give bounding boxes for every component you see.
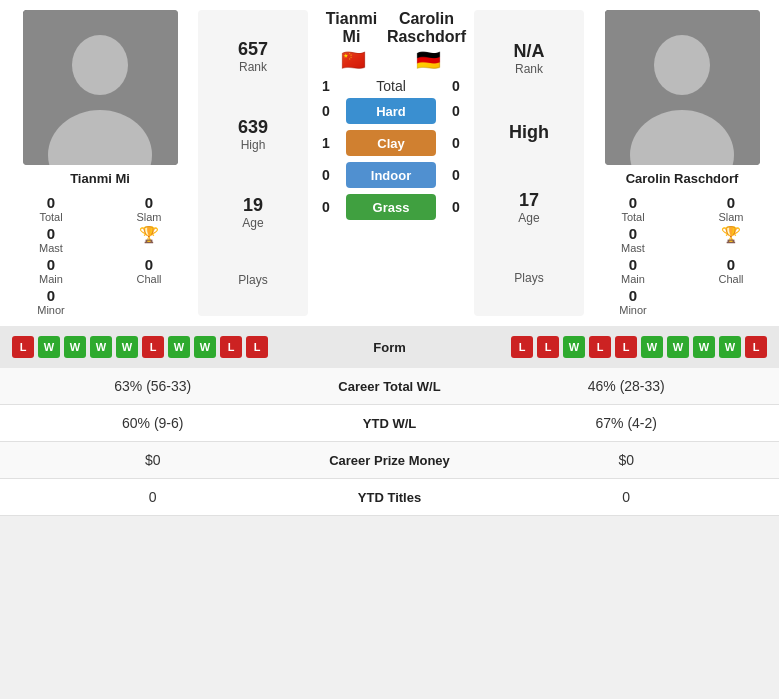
form-badge: L [142,336,164,358]
player2-main-label: Main [621,273,645,285]
form-section: LWWWWLWWLL Form LLWLLWWWWL [0,326,779,368]
center-section: Tianmi Mi Carolin Raschdorf 🇨🇳 🇩🇪 1 Tota… [316,10,466,316]
form-badge: L [589,336,611,358]
player2-rank-block: N/A Rank [514,41,545,76]
stats-left-0: 63% (56-33) [16,378,290,394]
player1-total-value: 0 [47,194,55,211]
center-player2-name: Carolin Raschdorf [387,10,466,46]
stats-row: 0 YTD Titles 0 [0,479,779,516]
indoor-badge: Indoor [346,162,436,188]
form-badge: W [563,336,585,358]
player1-chall-label: Chall [136,273,161,285]
form-badge: W [38,336,60,358]
stats-left-3: 0 [16,489,290,505]
p2-total-score: 0 [446,78,466,94]
form-badge: L [220,336,242,358]
form-badge: L [246,336,268,358]
player1-middle-stats: 657 Rank 639 High 19 Age Plays [198,10,308,316]
surface-clay-row: 1 Clay 0 [316,130,466,156]
player1-rank-value: 657 [238,39,268,60]
player1-rank-block: 657 Rank [238,39,268,74]
stats-label-2: Career Prize Money [290,453,490,468]
player1-chall-value: 0 [145,256,153,273]
player2-minor-stat: 0 Minor [592,287,674,316]
player2-main-stat: 0 Main [592,256,674,285]
stats-label-0: Career Total W/L [290,379,490,394]
form-badge: L [511,336,533,358]
player1-minor-stat: 0 Minor [10,287,92,316]
player2-mast-value: 0 [629,225,637,242]
surface-indoor-row: 0 Indoor 0 [316,162,466,188]
hard-badge: Hard [346,98,436,124]
svg-point-4 [654,35,710,95]
stats-right-2: $0 [490,452,764,468]
player1-high-label: High [238,138,268,152]
stats-row: 60% (9-6) YTD W/L 67% (4-2) [0,405,779,442]
player2-slam-stat: 0 Slam [690,194,772,223]
player1-high-value: 639 [238,117,268,138]
player2-age-label: Age [518,211,539,225]
hard-p1-score: 0 [316,103,336,119]
stats-left-1: 60% (9-6) [16,415,290,431]
player2-total-value: 0 [629,194,637,211]
form-badge: W [693,336,715,358]
form-badge: W [194,336,216,358]
player2-mast-stat: 0 Mast [592,225,674,254]
player1-avatar [23,10,178,165]
player1-plays-block: Plays [238,273,267,287]
player1-age-block: 19 Age [242,195,263,230]
clay-p1-score: 1 [316,135,336,151]
form-badge: W [168,336,190,358]
player2-flag: 🇩🇪 [416,50,441,70]
stats-right-0: 46% (28-33) [490,378,764,394]
player2-total-stat: 0 Total [592,194,674,223]
stats-label-3: YTD Titles [290,490,490,505]
surface-rows: 0 Hard 0 1 Clay 0 0 Indoor 0 0 Grass [316,98,466,220]
form-badge: L [537,336,559,358]
player1-main-stat: 0 Main [10,256,92,285]
player1-total-label: Total [39,211,62,223]
hard-p2-score: 0 [446,103,466,119]
player-names-row: Tianmi Mi Carolin Raschdorf [316,10,466,50]
player1-minor-value: 0 [47,287,55,304]
grass-badge: Grass [346,194,436,220]
main-container: Tianmi Mi 0 Total 0 Slam 0 Mast 🏆 [0,0,779,516]
player2-slam-value: 0 [727,194,735,211]
player1-stats: 0 Total 0 Slam 0 Mast 🏆 0 Main [10,194,190,316]
stats-right-1: 67% (4-2) [490,415,764,431]
flags-row: 🇨🇳 🇩🇪 [316,50,466,78]
player2-stats: 0 Total 0 Slam 0 Mast 🏆 0 Main [592,194,772,316]
player1-main-label: Main [39,273,63,285]
grass-p1-score: 0 [316,199,336,215]
form-badge: L [745,336,767,358]
player1-mast-label: Mast [39,242,63,254]
form-badge: W [641,336,663,358]
form-badge: L [615,336,637,358]
total-center-label: Total [346,78,436,94]
player2-total-label: Total [621,211,644,223]
player1-card: Tianmi Mi 0 Total 0 Slam 0 Mast 🏆 [10,10,190,316]
indoor-p2-score: 0 [446,167,466,183]
form-badge: W [64,336,86,358]
player2-minor-label: Minor [619,304,647,316]
form-badge: W [116,336,138,358]
player2-high-block: High [509,122,549,143]
trophy2-icon: 🏆 [721,225,741,244]
form-badge: W [90,336,112,358]
player2-form: LLWLLWWWWL [446,336,768,358]
player2-plays-label: Plays [514,271,543,285]
player1-slam-stat: 0 Slam [108,194,190,223]
player1-chall-stat: 0 Chall [108,256,190,285]
player2-chall-stat: 0 Chall [690,256,772,285]
center-player1-name: Tianmi Mi [316,10,387,46]
player2-middle-stats: N/A Rank High 17 Age Plays [474,10,584,316]
player1-slam-value: 0 [145,194,153,211]
player2-main-value: 0 [629,256,637,273]
player1-flag: 🇨🇳 [341,50,366,70]
player2-mast-label: Mast [621,242,645,254]
player1-rank-label: Rank [238,60,268,74]
player2-chall-value: 0 [727,256,735,273]
player1-age-value: 19 [242,195,263,216]
clay-p2-score: 0 [446,135,466,151]
player1-main-value: 0 [47,256,55,273]
